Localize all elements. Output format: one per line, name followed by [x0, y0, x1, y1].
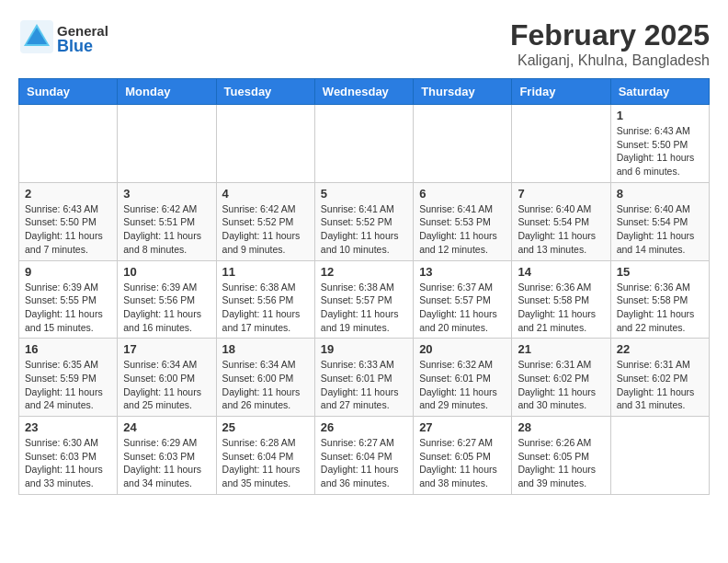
day-info: Sunrise: 6:26 AM Sunset: 6:05 PM Dayligh…	[518, 436, 604, 490]
day-info: Sunrise: 6:38 AM Sunset: 5:56 PM Dayligh…	[222, 281, 309, 335]
calendar-cell: 28Sunrise: 6:26 AM Sunset: 6:05 PM Dayli…	[512, 417, 610, 495]
day-number: 13	[419, 265, 506, 279]
calendar-cell	[610, 417, 709, 495]
calendar-cell: 25Sunrise: 6:28 AM Sunset: 6:04 PM Dayli…	[216, 417, 314, 495]
day-info: Sunrise: 6:39 AM Sunset: 5:56 PM Dayligh…	[123, 281, 210, 335]
calendar-cell: 22Sunrise: 6:31 AM Sunset: 6:02 PM Dayli…	[610, 339, 709, 417]
day-number: 6	[419, 187, 506, 201]
day-number: 3	[123, 187, 210, 201]
day-info: Sunrise: 6:42 AM Sunset: 5:51 PM Dayligh…	[123, 202, 210, 257]
day-number: 19	[321, 342, 407, 356]
day-info: Sunrise: 6:32 AM Sunset: 6:01 PM Dayligh…	[419, 358, 506, 412]
day-info: Sunrise: 6:34 AM Sunset: 6:00 PM Dayligh…	[222, 358, 309, 412]
day-info: Sunrise: 6:37 AM Sunset: 5:57 PM Dayligh…	[419, 281, 506, 335]
day-info: Sunrise: 6:40 AM Sunset: 5:54 PM Dayligh…	[617, 202, 703, 257]
calendar-cell: 9Sunrise: 6:39 AM Sunset: 5:55 PM Daylig…	[19, 260, 118, 339]
calendar-cell: 3Sunrise: 6:42 AM Sunset: 5:51 PM Daylig…	[118, 182, 216, 260]
calendar-cell: 17Sunrise: 6:34 AM Sunset: 6:00 PM Dayli…	[118, 339, 216, 417]
calendar-header-row: SundayMondayTuesdayWednesdayThursdayFrid…	[19, 79, 710, 105]
header: General Blue February 2025 Kaliganj, Khu…	[18, 18, 710, 69]
calendar-cell: 26Sunrise: 6:27 AM Sunset: 6:04 PM Dayli…	[314, 417, 413, 495]
day-info: Sunrise: 6:39 AM Sunset: 5:55 PM Dayligh…	[25, 281, 111, 335]
day-info: Sunrise: 6:31 AM Sunset: 6:02 PM Dayligh…	[518, 358, 604, 412]
day-number: 21	[518, 342, 604, 356]
day-info: Sunrise: 6:35 AM Sunset: 5:59 PM Dayligh…	[25, 358, 111, 412]
day-number: 17	[123, 342, 210, 356]
day-number: 18	[222, 342, 309, 356]
logo-icon-area	[18, 18, 55, 59]
calendar-cell: 19Sunrise: 6:33 AM Sunset: 6:01 PM Dayli…	[314, 339, 413, 417]
calendar-cell	[19, 105, 118, 183]
calendar-cell: 20Sunrise: 6:32 AM Sunset: 6:01 PM Dayli…	[414, 339, 512, 417]
day-number: 1	[617, 109, 703, 122]
calendar-cell: 18Sunrise: 6:34 AM Sunset: 6:00 PM Dayli…	[216, 339, 314, 417]
day-number: 9	[25, 265, 111, 279]
calendar-cell: 5Sunrise: 6:41 AM Sunset: 5:52 PM Daylig…	[314, 182, 413, 260]
calendar-cell: 13Sunrise: 6:37 AM Sunset: 5:57 PM Dayli…	[414, 260, 512, 339]
day-number: 26	[321, 420, 407, 434]
calendar-cell	[118, 105, 216, 183]
calendar-cell: 11Sunrise: 6:38 AM Sunset: 5:56 PM Dayli…	[216, 260, 314, 339]
calendar-week-row: 23Sunrise: 6:30 AM Sunset: 6:03 PM Dayli…	[19, 417, 710, 495]
calendar-cell: 14Sunrise: 6:36 AM Sunset: 5:58 PM Dayli…	[512, 260, 610, 339]
day-number: 28	[518, 420, 604, 434]
day-number: 23	[25, 420, 111, 434]
calendar-header-sunday: Sunday	[19, 79, 118, 105]
logo-blue: Blue	[57, 38, 108, 54]
day-info: Sunrise: 6:27 AM Sunset: 6:05 PM Dayligh…	[419, 436, 506, 490]
calendar-header-tuesday: Tuesday	[216, 79, 314, 105]
day-info: Sunrise: 6:33 AM Sunset: 6:01 PM Dayligh…	[321, 358, 407, 412]
day-info: Sunrise: 6:34 AM Sunset: 6:00 PM Dayligh…	[123, 358, 210, 412]
calendar-cell: 27Sunrise: 6:27 AM Sunset: 6:05 PM Dayli…	[414, 417, 512, 495]
title-area: February 2025 Kaliganj, Khulna, Banglade…	[510, 18, 710, 69]
day-number: 14	[518, 265, 604, 279]
day-info: Sunrise: 6:31 AM Sunset: 6:02 PM Dayligh…	[617, 358, 703, 412]
calendar-cell: 21Sunrise: 6:31 AM Sunset: 6:02 PM Dayli…	[512, 339, 610, 417]
day-number: 5	[321, 187, 407, 201]
day-info: Sunrise: 6:36 AM Sunset: 5:58 PM Dayligh…	[617, 281, 703, 335]
day-info: Sunrise: 6:41 AM Sunset: 5:53 PM Dayligh…	[419, 202, 506, 257]
day-number: 7	[518, 187, 604, 201]
day-number: 8	[617, 187, 703, 201]
calendar-cell	[414, 105, 512, 183]
day-number: 11	[222, 265, 309, 279]
calendar-cell: 7Sunrise: 6:40 AM Sunset: 5:54 PM Daylig…	[512, 182, 610, 260]
calendar-cell: 15Sunrise: 6:36 AM Sunset: 5:58 PM Dayli…	[610, 260, 709, 339]
day-info: Sunrise: 6:28 AM Sunset: 6:04 PM Dayligh…	[222, 436, 309, 490]
day-info: Sunrise: 6:42 AM Sunset: 5:52 PM Dayligh…	[222, 202, 309, 257]
day-info: Sunrise: 6:27 AM Sunset: 6:04 PM Dayligh…	[321, 436, 407, 490]
day-number: 10	[123, 265, 210, 279]
calendar-cell: 24Sunrise: 6:29 AM Sunset: 6:03 PM Dayli…	[118, 417, 216, 495]
day-info: Sunrise: 6:43 AM Sunset: 5:50 PM Dayligh…	[617, 124, 703, 178]
calendar-week-row: 2Sunrise: 6:43 AM Sunset: 5:50 PM Daylig…	[19, 182, 710, 260]
day-info: Sunrise: 6:30 AM Sunset: 6:03 PM Dayligh…	[25, 436, 111, 490]
calendar-cell	[216, 105, 314, 183]
day-info: Sunrise: 6:43 AM Sunset: 5:50 PM Dayligh…	[25, 202, 111, 257]
calendar-week-row: 16Sunrise: 6:35 AM Sunset: 5:59 PM Dayli…	[19, 339, 710, 417]
day-number: 2	[25, 187, 111, 201]
day-number: 4	[222, 187, 309, 201]
calendar-header-monday: Monday	[118, 79, 216, 105]
logo: General Blue	[18, 18, 108, 59]
day-info: Sunrise: 6:29 AM Sunset: 6:03 PM Dayligh…	[123, 436, 210, 490]
calendar-header-saturday: Saturday	[610, 79, 709, 105]
calendar-cell: 4Sunrise: 6:42 AM Sunset: 5:52 PM Daylig…	[216, 182, 314, 260]
day-number: 22	[617, 342, 703, 356]
calendar-cell: 23Sunrise: 6:30 AM Sunset: 6:03 PM Dayli…	[19, 417, 118, 495]
logo-general: General	[57, 24, 108, 38]
day-number: 25	[222, 420, 309, 434]
calendar-cell: 8Sunrise: 6:40 AM Sunset: 5:54 PM Daylig…	[610, 182, 709, 260]
calendar-cell: 16Sunrise: 6:35 AM Sunset: 5:59 PM Dayli…	[19, 339, 118, 417]
day-info: Sunrise: 6:41 AM Sunset: 5:52 PM Dayligh…	[321, 202, 407, 257]
calendar-header-wednesday: Wednesday	[314, 79, 413, 105]
day-number: 27	[419, 420, 506, 434]
day-number: 12	[321, 265, 407, 279]
calendar-cell: 1Sunrise: 6:43 AM Sunset: 5:50 PM Daylig…	[610, 105, 709, 183]
calendar-cell	[314, 105, 413, 183]
calendar-cell	[512, 105, 610, 183]
day-number: 20	[419, 342, 506, 356]
calendar-week-row: 1Sunrise: 6:43 AM Sunset: 5:50 PM Daylig…	[19, 105, 710, 183]
main-title: February 2025	[510, 18, 710, 52]
calendar-header-thursday: Thursday	[414, 79, 512, 105]
calendar-cell: 6Sunrise: 6:41 AM Sunset: 5:53 PM Daylig…	[414, 182, 512, 260]
